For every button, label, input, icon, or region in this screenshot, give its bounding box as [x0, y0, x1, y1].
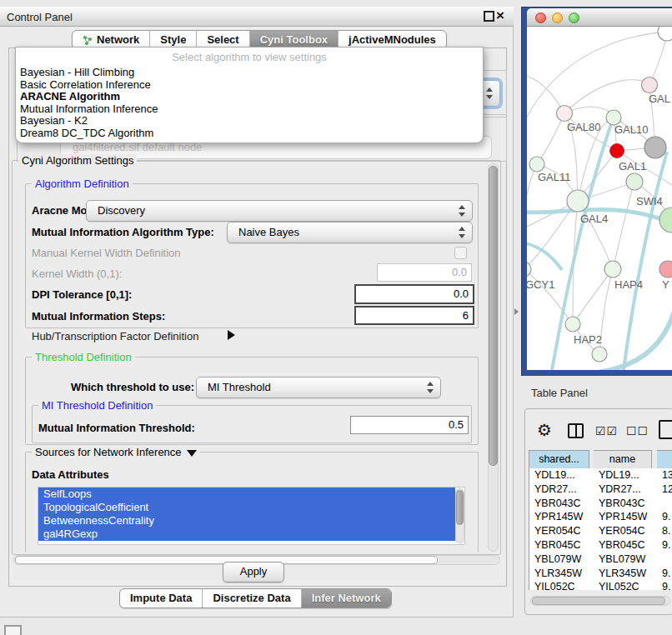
network-node-hap4[interactable]	[604, 261, 621, 278]
network-node-gal4[interactable]	[567, 190, 589, 212]
kernel-width-field[interactable]: 0.0	[377, 263, 472, 282]
node-label: GAL80	[567, 121, 600, 133]
sources-disclosure-icon[interactable]	[187, 450, 197, 457]
cell	[657, 497, 672, 511]
minimize-traffic-light-icon[interactable]	[552, 12, 563, 23]
cell: YPR145W	[594, 510, 657, 524]
columns-icon[interactable]	[568, 423, 584, 438]
algorithm-definition-title: Algorithm Definition	[32, 178, 133, 190]
data-attributes-list: SelfLoops TopologicalCoefficient Between…	[38, 487, 465, 545]
list-scrollbar-thumb[interactable]	[456, 490, 464, 525]
cell: 9.	[657, 538, 672, 552]
dropdown-item[interactable]: Bayesian - K2	[16, 115, 483, 128]
cell: YDR27...	[594, 482, 657, 497]
table-row[interactable]: YDR27...YDR27...12	[529, 482, 672, 497]
apply-button[interactable]: Apply	[223, 562, 284, 582]
network-icon	[83, 35, 93, 45]
network-node[interactable]	[659, 208, 672, 232]
tab-impute-data-label: Impute Data	[130, 589, 192, 608]
control-panel-title: Control Panel	[7, 11, 73, 23]
which-threshold-combo[interactable]: MI Threshold	[196, 377, 441, 398]
network-edge-teal	[598, 308, 672, 370]
table-row[interactable]: YBL079WYBL079W	[529, 552, 672, 567]
zoom-traffic-light-icon[interactable]	[569, 12, 579, 23]
network-node-gal11[interactable]	[529, 157, 544, 172]
aracne-mode-combo[interactable]: Discovery	[86, 200, 473, 222]
export-table-icon[interactable]	[659, 420, 672, 439]
network-node-gal80[interactable]	[557, 106, 573, 122]
mi-steps-field[interactable]: 6	[354, 306, 474, 325]
dropdown-item[interactable]: Mutual Information Inference	[16, 103, 483, 116]
mi-threshold-field[interactable]: 0.5	[350, 416, 469, 434]
network-node[interactable]	[659, 261, 672, 278]
table-row[interactable]: YER054CYER054C8.	[529, 524, 672, 538]
which-threshold-label: Which threshold to use:	[71, 382, 194, 393]
column-header-name[interactable]: name	[594, 450, 652, 469]
dropdown-placeholder: Select algorithm to view settings	[16, 48, 483, 67]
list-item[interactable]: gal4RGexp	[38, 528, 455, 541]
mi-steps-label: Mutual Information Steps:	[32, 311, 165, 322]
table-row[interactable]: YBR045CYBR045C9.	[529, 538, 672, 552]
combo-stepper-icon	[486, 88, 494, 99]
cell: YBR043C	[529, 497, 594, 511]
close-traffic-light-icon[interactable]	[535, 12, 546, 23]
hub-disclosure-icon[interactable]	[228, 330, 235, 340]
manual-kernel-checkbox[interactable]	[454, 247, 467, 259]
network-node[interactable]	[658, 27, 672, 41]
threshold-definition-title: Threshold Definition	[32, 351, 135, 363]
table-row[interactable]: YDL19...YDL19...13	[529, 468, 672, 482]
cell: YBR045C	[529, 538, 594, 552]
list-item[interactable]: BetweennessCentrality	[38, 514, 455, 528]
tab-infer-network[interactable]: Infer Network	[301, 589, 391, 608]
table-row[interactable]: YLR345WYLR345W9.	[529, 567, 672, 581]
dpi-tolerance-field[interactable]: 0.0	[354, 284, 474, 304]
dropdown-item-selected[interactable]: ARACNE Algorithm	[16, 91, 483, 103]
list-item[interactable]: TopologicalCoefficient	[38, 501, 455, 514]
list-item[interactable]: SelfLoops	[38, 488, 455, 501]
network-graph: GAL GAL80 GAL10 GAL1 GAL11 SWI4 GAL4 GCY…	[527, 27, 672, 370]
node-label: GAL1	[619, 160, 646, 172]
cell: YDL19...	[594, 468, 657, 482]
table-row[interactable]: YBR043CYBR043C	[529, 497, 672, 511]
cell: YIL052C	[594, 580, 657, 590]
tab-discretize-data[interactable]: Discretize Data	[202, 589, 300, 608]
table-row[interactable]: YPR145WYPR145W9.	[529, 510, 672, 524]
cell: YBR045C	[594, 538, 657, 552]
network-node-swi4[interactable]	[626, 173, 643, 190]
node-label: GAL4	[580, 212, 608, 225]
hide-columns-icon[interactable]: ☐☐	[626, 424, 649, 438]
network-node[interactable]	[642, 78, 658, 93]
column-header-shared-name[interactable]: shared...	[529, 450, 589, 469]
network-node[interactable]	[644, 137, 666, 158]
docked-panel-icon[interactable]	[4, 625, 22, 635]
close-icon[interactable]: ×	[496, 8, 504, 24]
panel-resize-handle[interactable]	[514, 308, 519, 315]
network-node-hap2[interactable]	[565, 317, 580, 332]
manual-kernel-label: Manual Kernel Width Definition	[32, 248, 180, 259]
float-window-icon[interactable]	[484, 11, 494, 22]
cell: 9.	[657, 580, 672, 590]
table-row[interactable]: YIL052CYIL052C9.	[529, 580, 672, 590]
mi-type-combo[interactable]: Naive Bayes	[227, 222, 473, 243]
cell	[657, 552, 672, 567]
network-node[interactable]	[592, 347, 607, 362]
network-window-titlebar[interactable]	[527, 8, 672, 27]
settings-scrollbar-thumb[interactable]	[489, 166, 498, 466]
dropdown-item[interactable]: Dream8 DC_TDC Algorithm	[16, 128, 483, 140]
mi-type-value: Naive Bayes	[238, 222, 299, 242]
dropdown-item[interactable]: Bayesian - Hill Climbing	[16, 67, 483, 79]
cell: YLR345W	[594, 567, 657, 581]
dropdown-item[interactable]: Basic Correlation Inference	[16, 79, 483, 92]
show-columns-icon[interactable]: ☑☑	[595, 424, 618, 438]
network-canvas[interactable]: GAL GAL80 GAL10 GAL1 GAL11 SWI4 GAL4 GCY…	[527, 27, 672, 370]
tab-impute-data[interactable]: Impute Data	[120, 589, 202, 608]
network-node-gal1[interactable]	[610, 144, 624, 158]
cell: YBL079W	[594, 552, 657, 567]
table-hscrollbar-thumb[interactable]	[532, 597, 665, 605]
node-label: HAP2	[574, 333, 602, 346]
column-header-partial[interactable]	[657, 450, 672, 469]
mi-threshold-label: Mutual Information Threshold:	[38, 422, 195, 434]
cell: YIL052C	[529, 580, 594, 590]
gear-icon[interactable]: ⚙	[537, 421, 552, 439]
cell: YER054C	[529, 524, 594, 538]
